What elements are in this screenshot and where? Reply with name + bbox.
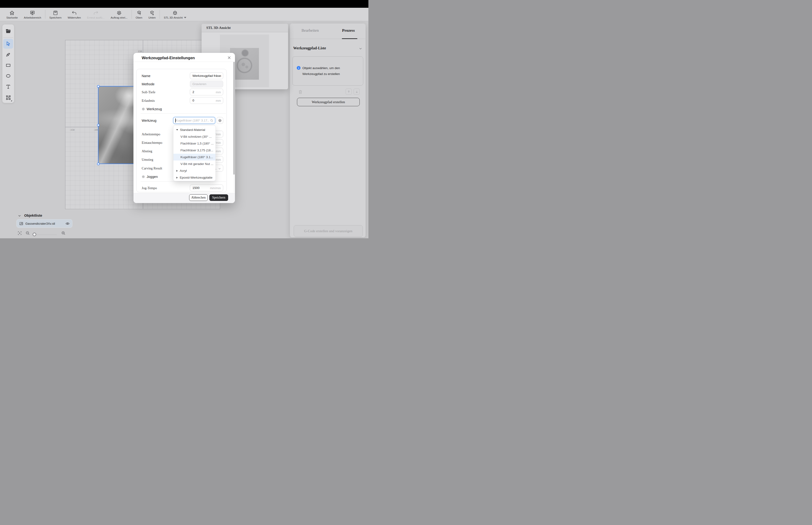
toolpath-list-empty-box: i Objekt auswählen, um den Werkzeugpfad … <box>292 56 363 86</box>
erlaubnis-input[interactable] <box>190 97 223 104</box>
create-toolpath-button[interactable]: Werkzeugpfad erstellen <box>297 98 360 106</box>
pen-tool[interactable] <box>3 49 13 59</box>
gear-icon <box>218 119 222 122</box>
redo-icon <box>93 10 99 16</box>
toolbar-item-label: Arbeitsbereich <box>24 16 41 19</box>
dropdown-item[interactable]: V-Bit mit gerader Nut ... <box>173 161 215 167</box>
erlaubnis-field[interactable]: mm <box>190 97 223 104</box>
dropdown-group-acryl[interactable]: Acryl <box>173 167 215 174</box>
zoom-slider-track[interactable] <box>34 234 57 235</box>
layer-down-button[interactable]: Unten <box>149 10 156 19</box>
caret-collapsed-icon <box>177 170 178 172</box>
close-icon[interactable] <box>227 56 231 60</box>
ellipse-tool[interactable] <box>3 71 13 81</box>
erlaubnis-label: Erlaubnis <box>142 99 155 103</box>
soll-tiefe-label: Soll-Tiefe <box>142 90 155 94</box>
caret-expanded-icon <box>176 129 178 131</box>
text-tool[interactable] <box>3 82 13 92</box>
cursor-icon <box>5 41 11 46</box>
soll-tiefe-field[interactable]: mm <box>190 89 223 95</box>
dialog-scrollbar-track[interactable] <box>233 62 235 193</box>
toolbar-item-label: Auftrag einri... <box>111 16 127 19</box>
home-button[interactable]: Startseite <box>6 10 18 19</box>
werkzeug-section-header: Werkzeug <box>142 107 162 111</box>
jog-tempo-field[interactable]: mm/min <box>190 184 223 191</box>
resize-handle-bottom-left[interactable] <box>97 163 99 165</box>
workspace-button[interactable]: Arbeitsbereich <box>24 10 41 19</box>
save-button[interactable]: Speichern <box>209 194 228 201</box>
dialog-footer: Abbrechen Speichern <box>134 193 235 203</box>
tab-bearbeiten[interactable]: Bearbeiten <box>299 28 321 33</box>
toolbar-divider <box>45 10 45 19</box>
soll-tiefe-input[interactable] <box>190 89 223 95</box>
dialog-scrollbar-thumb[interactable] <box>233 62 235 175</box>
layer-up-icon <box>136 10 142 16</box>
dropdown-item[interactable]: Flachfräser 1,5 (180° ... <box>173 140 215 147</box>
text-icon <box>5 84 11 90</box>
save-icon <box>52 10 58 16</box>
toolbar-item-label: Erneut ausfü... <box>87 16 105 19</box>
eye-icon[interactable] <box>65 221 70 226</box>
chevron-down-icon[interactable] <box>359 47 362 50</box>
tool-search-field[interactable] <box>173 117 215 124</box>
fit-view-icon[interactable] <box>17 231 22 236</box>
save-button[interactable]: Speichern <box>49 10 62 19</box>
job-setup-button[interactable]: Auftrag einri... <box>111 10 127 19</box>
methode-input <box>190 81 223 87</box>
layer-up-button[interactable]: Oben <box>136 10 142 19</box>
undo-button[interactable]: Widerrufen <box>68 10 81 19</box>
submenu-indicator <box>11 100 12 101</box>
dropdown-item-selected[interactable]: Kugelfräser (180° 3.1... <box>173 154 215 161</box>
zoom-slider-handle[interactable] <box>33 232 36 236</box>
zoom-in-icon[interactable] <box>61 231 66 236</box>
generate-gcode-button: G-Code erstellen und voranzeigen <box>294 225 363 237</box>
image-icon <box>19 221 24 226</box>
toolbar-item-label: STL 3D-Ansicht <box>164 16 186 19</box>
ellipse-icon <box>5 73 11 79</box>
stl-3d-view-button[interactable]: STL 3D-Ansicht <box>164 10 186 19</box>
carving-result-label: Carving Result <box>142 166 162 170</box>
dialog-title: Werkzeugpfad-Einstellungen <box>142 56 195 60</box>
select-tool[interactable] <box>3 39 13 49</box>
cancel-button[interactable]: Abbrechen <box>189 194 208 201</box>
rectangle-tool[interactable] <box>3 60 13 70</box>
open-file-button[interactable] <box>3 26 13 36</box>
name-input[interactable] <box>190 73 223 79</box>
tool-settings-button[interactable] <box>217 117 223 124</box>
name-field[interactable] <box>190 72 223 79</box>
move-down-button <box>354 89 360 95</box>
tab-prozess[interactable]: Prozess <box>339 28 357 33</box>
objectlist-item[interactable]: Gassendicrater3Xv.stl <box>16 219 72 228</box>
right-panel: Bearbeiten Prozess Werkzeugpfad-Liste i … <box>290 24 366 237</box>
toolbar-item-label: Unten <box>149 16 156 19</box>
methode-label: Methode <box>142 82 154 86</box>
workspace-icon <box>30 10 35 16</box>
dropdown-group-standard-material[interactable]: Standard-Material <box>173 126 215 133</box>
transform-tool[interactable] <box>3 93 13 103</box>
toolbar-item-label: Widerrufen <box>68 16 81 19</box>
dropdown-group-epoxid[interactable]: Epoxid-Werkzeugplatte <box>173 174 215 181</box>
toolbar-item-label: Speichern <box>49 16 62 19</box>
stl-panel-title: STL 3D-Ansicht <box>202 24 288 32</box>
selected-stl-image[interactable] <box>98 86 139 164</box>
resize-handle-top-left[interactable] <box>97 85 99 88</box>
resize-handle-mid-left[interactable] <box>97 124 99 126</box>
trash-icon <box>298 90 303 94</box>
objectlist-collapse-chevron[interactable] <box>18 214 21 217</box>
empty-hint-text: Objekt auswählen, um den Werkzeugpfad zu… <box>302 65 359 77</box>
name-label: Name <box>142 74 150 78</box>
section-divider <box>140 114 226 114</box>
ruler-label-150: 150 <box>136 50 142 52</box>
jog-tempo-input[interactable] <box>190 185 223 191</box>
zoom-out-icon[interactable] <box>25 231 30 236</box>
dropdown-item[interactable]: Flachfräser 3,175 (18... <box>173 147 215 154</box>
caret-down-icon <box>184 17 186 18</box>
tool-search-input[interactable] <box>173 117 215 124</box>
dropdown-item[interactable]: V-Bit schnitzen (30° ... <box>173 133 215 140</box>
pen-icon <box>5 52 11 57</box>
werkzeug-label: Werkzeug <box>142 119 156 122</box>
ruler-label-neg150: -150 <box>67 128 77 131</box>
gear-icon <box>116 10 122 16</box>
arrow-up-icon <box>347 90 351 93</box>
rectangle-icon <box>5 62 11 68</box>
